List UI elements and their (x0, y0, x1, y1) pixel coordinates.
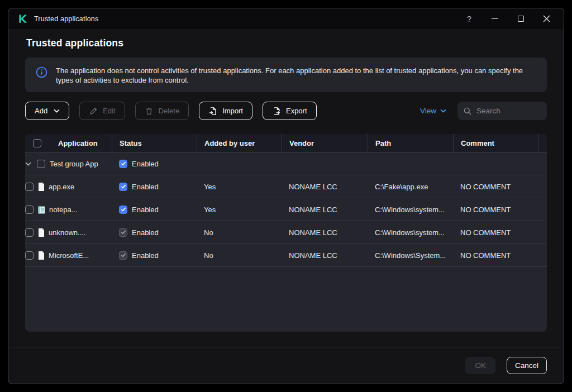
status-checkbox[interactable] (119, 160, 127, 168)
path-cell: C:\Windows\System... (368, 244, 453, 266)
table-row[interactable]: notepa... Enabled Yes NONAME LCC C:\Wind… (25, 198, 547, 221)
header-added-by-user[interactable]: Added by user (197, 134, 282, 152)
table-row-group[interactable]: Test group App Enabled (25, 152, 547, 175)
added-by-user-cell: Yes (197, 198, 282, 221)
minimize-button[interactable] (482, 10, 508, 27)
trash-icon (145, 107, 154, 116)
status-checkbox[interactable] (119, 205, 127, 214)
status-label: Enabled (132, 183, 159, 191)
status-label: Enabled (132, 160, 159, 168)
close-button[interactable] (533, 10, 559, 27)
chevron-down-icon (25, 162, 31, 166)
header-comment[interactable]: Comment (453, 134, 538, 152)
check-icon (121, 253, 126, 257)
header-status[interactable]: Status (112, 134, 197, 152)
info-banner: The application does not control activit… (25, 58, 547, 92)
row-checkbox[interactable] (25, 228, 34, 237)
status-label: Enabled (132, 205, 159, 214)
header-path[interactable]: Path (368, 134, 453, 152)
table-header-row: Application Status Added by user Vendor … (25, 134, 547, 152)
path-cell: C:\Windows\system... (368, 221, 453, 243)
check-icon (121, 184, 126, 189)
status-checkbox[interactable] (119, 251, 127, 260)
cancel-button[interactable]: Cancel (507, 357, 547, 374)
toolbar: Add Edit Delete (25, 102, 547, 120)
table-row[interactable]: unknown.... Enabled No NONAME LCC C:\Win… (25, 221, 547, 244)
application-name: app.exe (49, 183, 74, 191)
export-icon (272, 107, 281, 116)
check-icon (121, 161, 126, 166)
application-name: notepa... (49, 205, 78, 214)
pencil-icon (89, 107, 98, 116)
dialog-content: Trusted applications The application doe… (8, 29, 564, 347)
group-name: Test group App (50, 160, 98, 168)
table-row[interactable]: app.exe Enabled Yes NONAME LCC C:\Fake\a… (25, 175, 547, 198)
comment-cell: NO COMMENT (453, 198, 538, 221)
window-title: Trusted applications (34, 15, 98, 23)
added-by-user-cell: Yes (197, 175, 282, 198)
import-button[interactable]: Import (199, 102, 252, 120)
path-cell: C:\Windows\system... (368, 198, 453, 221)
file-icon (38, 228, 45, 237)
info-icon (36, 66, 47, 78)
vendor-cell: NONAME LCC (282, 221, 368, 243)
check-icon (121, 207, 126, 212)
page-title: Trusted applications (26, 37, 547, 49)
status-label: Enabled (132, 251, 159, 260)
row-checkbox[interactable] (37, 160, 45, 168)
vendor-cell: NONAME LCC (282, 175, 368, 198)
delete-button[interactable]: Delete (135, 102, 189, 120)
added-by-user-cell: No (197, 244, 282, 266)
dialog-footer: OK Cancel (8, 347, 564, 384)
comment-cell: NO COMMENT (453, 175, 538, 198)
chevron-down-icon (440, 109, 446, 113)
table-row[interactable]: MicrosoftE... Enabled No NONAME LCC C:\W… (25, 244, 547, 267)
file-icon (38, 183, 45, 191)
application-name: MicrosoftE... (49, 251, 89, 260)
help-icon: ? (467, 15, 471, 23)
trusted-applications-table: Application Status Added by user Vendor … (25, 134, 547, 332)
window-controls: ? (456, 10, 559, 27)
edit-button[interactable]: Edit (79, 102, 125, 120)
chevron-down-icon (54, 109, 60, 113)
ok-button[interactable]: OK (465, 357, 495, 374)
search-box[interactable] (457, 102, 547, 120)
collapse-group-toggle[interactable] (25, 162, 31, 166)
kaspersky-logo-icon (17, 13, 28, 24)
path-cell: C:\Fake\app.exe (368, 175, 453, 198)
help-button[interactable]: ? (456, 10, 482, 27)
added-by-user-cell: No (197, 221, 282, 243)
notepad-icon (38, 205, 45, 214)
export-button[interactable]: Export (263, 102, 317, 120)
status-label: Enabled (132, 228, 159, 237)
maximize-button[interactable] (508, 10, 533, 27)
info-banner-text: The application does not control activit… (56, 64, 532, 85)
search-input[interactable] (476, 107, 538, 115)
status-checkbox[interactable] (119, 183, 127, 191)
maximize-icon (518, 16, 524, 22)
search-icon (463, 107, 472, 116)
close-icon (543, 15, 550, 22)
minimize-icon (492, 18, 498, 20)
row-checkbox[interactable] (25, 251, 34, 260)
vendor-cell: NONAME LCC (282, 198, 368, 221)
comment-cell: NO COMMENT (453, 244, 538, 266)
vendor-cell: NONAME LCC (282, 244, 368, 266)
row-checkbox[interactable] (25, 205, 34, 214)
check-icon (121, 230, 126, 235)
select-all-checkbox[interactable] (33, 139, 41, 147)
header-vendor[interactable]: Vendor (282, 134, 368, 152)
trusted-applications-dialog: Trusted applications ? Trusted applicati… (8, 8, 564, 384)
row-checkbox[interactable] (25, 183, 34, 191)
title-bar: Trusted applications ? (8, 8, 564, 29)
view-dropdown[interactable]: View (420, 107, 446, 115)
file-icon (38, 251, 45, 260)
header-application[interactable]: Application (25, 134, 112, 152)
application-name: unknown.... (49, 228, 86, 237)
import-icon (208, 107, 217, 116)
comment-cell: NO COMMENT (453, 221, 538, 243)
status-checkbox[interactable] (119, 228, 127, 237)
add-button[interactable]: Add (25, 102, 69, 120)
header-spacer (538, 134, 547, 152)
